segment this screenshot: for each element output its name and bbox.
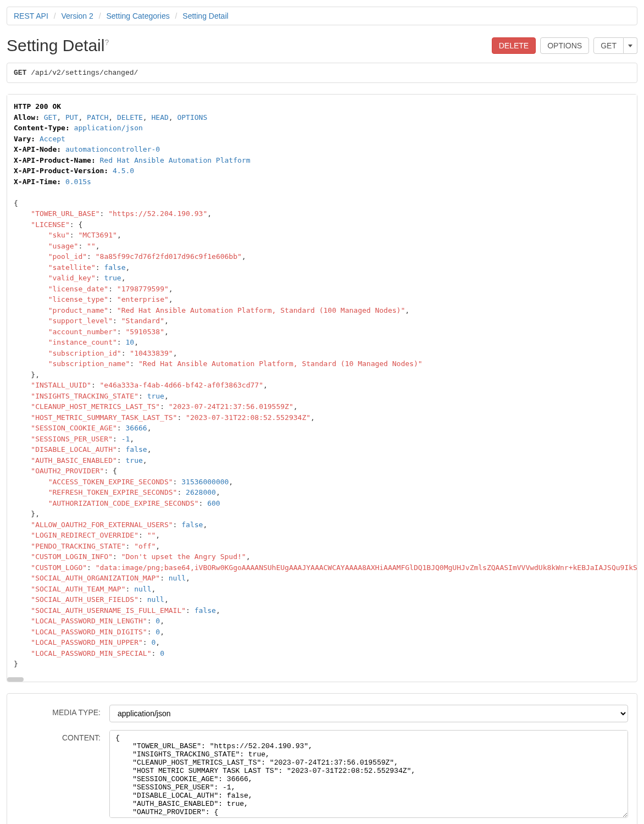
breadcrumb-panel: REST API / Version 2 / Setting Categorie…	[7, 7, 637, 25]
scrollbar-thumb[interactable]	[7, 677, 24, 682]
form-panel: MEDIA TYPE: application/json CONTENT: PU…	[7, 693, 637, 825]
breadcrumb-sep: /	[172, 12, 181, 20]
request-line: GET /api/v2/settings/changed/	[7, 63, 637, 82]
action-buttons: DELETE OPTIONS GET	[492, 37, 637, 54]
help-icon[interactable]: ?	[104, 38, 109, 47]
page-title-text: Setting Detail	[7, 36, 104, 54]
request-method: GET	[14, 69, 26, 77]
media-type-label: MEDIA TYPE:	[16, 705, 109, 717]
breadcrumb-sep: /	[51, 12, 59, 20]
content-label: CONTENT:	[16, 730, 109, 742]
page-title: Setting Detail?	[7, 36, 109, 55]
breadcrumb-link-2[interactable]: Setting Categories	[107, 12, 170, 20]
breadcrumb-sep: /	[96, 12, 104, 20]
media-type-row: MEDIA TYPE: application/json	[16, 705, 628, 722]
content-textarea[interactable]	[109, 730, 628, 818]
breadcrumb-link-1[interactable]: Version 2	[61, 12, 93, 20]
response-json: { "TOWER_URL_BASE": "https://52.204.190.…	[14, 187, 637, 670]
delete-button[interactable]: DELETE	[492, 37, 536, 54]
page-header: Setting Detail? DELETE OPTIONS GET	[7, 36, 637, 55]
get-dropdown-toggle[interactable]	[624, 37, 637, 54]
get-button[interactable]: GET	[593, 37, 624, 54]
chevron-down-icon	[628, 45, 632, 47]
request-line-panel: GET /api/v2/settings/changed/	[7, 63, 637, 83]
media-type-select[interactable]: application/json	[109, 705, 628, 722]
response-panel: HTTP 200 OK Allow: GET, PUT, PATCH, DELE…	[7, 94, 637, 682]
response-body: HTTP 200 OK Allow: GET, PUT, PATCH, DELE…	[7, 95, 637, 676]
content-row: CONTENT:	[16, 730, 628, 820]
response-headers: HTTP 200 OK Allow: GET, PUT, PATCH, DELE…	[14, 101, 637, 187]
breadcrumb: REST API / Version 2 / Setting Categorie…	[7, 7, 637, 25]
request-path: /api/v2/settings/changed/	[31, 69, 138, 77]
breadcrumb-link-3[interactable]: Setting Detail	[182, 12, 228, 20]
get-button-group: GET	[593, 37, 637, 54]
options-button[interactable]: OPTIONS	[540, 37, 589, 54]
breadcrumb-link-0[interactable]: REST API	[14, 12, 48, 20]
